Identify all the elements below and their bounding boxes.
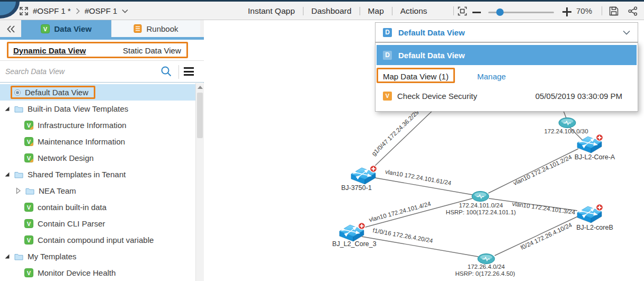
dropdown-item-default-data-view[interactable]: D Default Data View	[377, 45, 637, 65]
dataview-tree: Default Data View Built-in Data View Tem…	[0, 83, 195, 281]
switch-bj-l2-core-a[interactable]	[577, 134, 603, 153]
svg-text:V: V	[27, 204, 31, 211]
chevron-down-icon[interactable]	[122, 9, 128, 13]
dynamic-dataview-toggle[interactable]: Dynamic Data View	[13, 40, 86, 61]
expand-map-icon[interactable]	[20, 7, 28, 15]
folder-icon	[14, 171, 23, 178]
tree-item-label: Maintenance Information	[38, 137, 125, 146]
tree-item-contain-compound-input-variable[interactable]: V Contain compound input variable	[0, 232, 195, 248]
tree-collapsed-icon[interactable]	[15, 187, 21, 194]
dataview-mode-toggle: Dynamic Data View Static Data View	[0, 40, 204, 61]
svg-text:V: V	[27, 155, 31, 161]
breadcrumb: #OSPF 1 * #OSPF 1	[33, 2, 128, 20]
svg-text:V: V	[27, 270, 31, 276]
manage-link[interactable]: Manage	[477, 69, 506, 84]
link-label: f0/24 172.26.4.10/24	[520, 221, 573, 251]
tree-item-monitor-device-health[interactable]: V Monitor Device Health	[0, 265, 195, 281]
switch-bj-l2-core-3[interactable]	[339, 223, 365, 242]
network-label: 172.24.100.0/30	[544, 128, 588, 134]
svg-text:V: V	[27, 122, 31, 129]
dataview-d-icon: D	[383, 28, 392, 37]
network-node[interactable]	[472, 192, 489, 202]
menu-separator	[392, 7, 392, 15]
switch-bj-3750-1[interactable]	[351, 166, 377, 185]
scrollbar-up-icon[interactable]	[198, 86, 203, 89]
save-icon[interactable]	[609, 6, 619, 16]
link-label: g1/0/47 172.24.36.2/29	[371, 109, 420, 157]
switch-bj-l2-coreb[interactable]	[577, 204, 603, 223]
netbrain-window: #OSPF 1 * #OSPF 1 Instant Qapp Dashboard…	[0, 0, 644, 281]
top-toolbar: #OSPF 1 * #OSPF 1 Instant Qapp Dashboard…	[0, 2, 644, 20]
tab-runbook[interactable]: Runbook	[111, 20, 200, 37]
tree-item-contain-builtin-data[interactable]: V contain built-in data	[0, 199, 195, 215]
svg-text:V: V	[27, 139, 31, 145]
tree-folder-builtin-templates[interactable]: Built-in Data View Templates	[0, 101, 195, 117]
tree-item-contain-cli-parser[interactable]: V Contain CLI Parser	[0, 215, 195, 232]
runbook-icon	[133, 24, 142, 33]
radio-icon	[14, 89, 21, 96]
device-label: BJ-L2-coreB	[576, 224, 613, 231]
zoom-slider-knob[interactable]	[496, 8, 504, 16]
search-row	[0, 61, 204, 83]
link-label: vlan10 172.24.101.2/24	[512, 153, 573, 186]
menu-map[interactable]: Map	[368, 6, 384, 16]
tree-scrollbar[interactable]	[195, 83, 204, 281]
tab-data-view[interactable]: V Data View	[21, 20, 111, 37]
breadcrumb-map-title[interactable]: #OSPF 1 *	[33, 6, 71, 15]
tree-item-label: Built-in Data View Templates	[28, 104, 128, 113]
search-icon[interactable]	[160, 66, 172, 77]
tree-item-infrastructure-information[interactable]: V Infrastructure Information	[0, 117, 195, 133]
svg-text:V: V	[27, 221, 31, 227]
zoom-out-button[interactable]	[472, 12, 481, 13]
menu-instant-qapp[interactable]: Instant Qapp	[248, 6, 295, 16]
tree-folder-nea-team[interactable]: NEA Team	[0, 183, 195, 199]
link-label: f1/0/16 172.26.4.20/24	[372, 227, 434, 244]
collapse-sidebar-icon[interactable]	[4, 22, 18, 36]
tree-item-default-data-view[interactable]: Default Data View	[0, 84, 195, 101]
dataview-d-icon: D	[383, 51, 392, 60]
network-sublabel: HSRP: 0(172.26.4.50)	[455, 270, 515, 277]
dropdown-item-check-device-security[interactable]: V Check Device Security 05/05/2019 03:30…	[383, 88, 632, 103]
network-node[interactable]	[478, 254, 495, 264]
chevron-down-icon[interactable]	[623, 30, 630, 35]
tree-item-label: Network Design	[38, 153, 94, 162]
tree-expanded-icon[interactable]	[4, 171, 10, 177]
tree-item-network-design[interactable]: V Network Design	[0, 150, 195, 166]
dataview-dropdown[interactable]: D Default Data View	[375, 22, 638, 42]
device-label: BJ-3750-1	[341, 184, 372, 192]
tree-item-label: Shared Templates in Tenant	[28, 170, 126, 179]
menu-separator	[360, 7, 360, 15]
tree-folder-shared-templates[interactable]: Shared Templates in Tenant	[0, 166, 195, 183]
search-input[interactable]	[5, 64, 154, 79]
dataview-dropdown-label: Default Data View	[398, 28, 616, 37]
data-view-icon: V	[41, 24, 50, 33]
dataview-template-icon: V	[24, 268, 33, 277]
menu-dashboard[interactable]: Dashboard	[311, 6, 352, 16]
network-node[interactable]	[559, 118, 576, 128]
tree-folder-my-templates[interactable]: My Templates	[0, 248, 195, 265]
menu-actions[interactable]: Actions	[400, 6, 427, 16]
share-icon[interactable]	[628, 6, 638, 16]
scrollbar-thumb[interactable]	[197, 93, 203, 138]
tab-data-view-label: Data View	[54, 24, 92, 33]
network-label: 172.26.4.0/24	[468, 264, 505, 270]
tree-expanded-icon[interactable]	[4, 106, 10, 112]
map-canvas[interactable]: g1/0/47 172.24.36.2/29 vlan10 172.24.101…	[204, 20, 644, 281]
link-label: vlan10 172.24.101.3/24	[512, 201, 576, 216]
tree-item-maintenance-information[interactable]: V Maintenance Information	[0, 133, 195, 150]
menu-separator	[303, 7, 303, 15]
tree-expanded-icon[interactable]	[4, 253, 10, 259]
chevron-right-icon	[76, 8, 80, 14]
menu-icon[interactable]	[184, 67, 194, 76]
tree-item-label: Monitor Device Health	[38, 268, 116, 277]
tab-runbook-label: Runbook	[146, 24, 178, 33]
map-dataview-icon: V	[383, 92, 392, 101]
breadcrumb-page-title[interactable]: #OSPF 1	[85, 6, 118, 15]
map-dataview-section-label: Map Data View (1)	[383, 69, 449, 84]
static-dataview-toggle[interactable]: Static Data View	[123, 40, 181, 61]
fit-to-screen-icon[interactable]	[458, 6, 467, 16]
svg-text:V: V	[43, 25, 48, 32]
zoom-in-button[interactable]	[562, 7, 571, 16]
link-net264-coreb[interactable]	[495, 216, 578, 256]
device-label: BJ_L2_Core_3	[332, 240, 376, 248]
